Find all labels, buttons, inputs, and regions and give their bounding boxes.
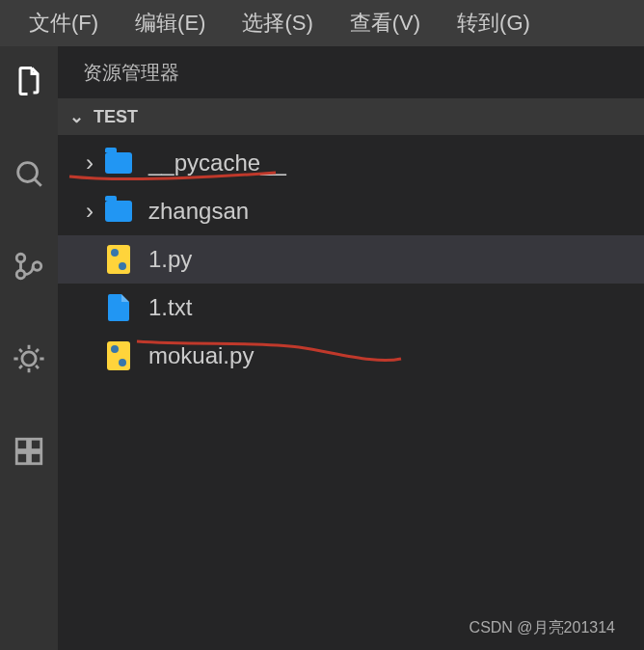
svg-point-4 [22,352,36,366]
svg-rect-7 [16,452,27,463]
text-file-icon [102,291,135,324]
menu-file[interactable]: 文件(F) [29,9,98,38]
svg-point-1 [16,254,25,262]
python-file-icon [102,243,135,276]
explorer-icon[interactable] [12,64,46,98]
tree-folder-zhangsan[interactable]: › zhangsan [58,187,644,235]
svg-rect-5 [16,439,27,449]
svg-point-0 [18,163,38,182]
explorer-sidebar: 资源管理器 ⌄ TEST › __pycache__ › zhangsan 1.… [58,46,644,650]
tree-file-1py[interactable]: 1.py [58,235,644,284]
menu-view[interactable]: 查看(V) [350,9,420,38]
sidebar-title: 资源管理器 [58,46,644,98]
tree-item-label: zhangsan [148,198,249,225]
tree-item-label: 1.txt [148,294,192,321]
watermark: CSDN @月亮201314 [470,618,615,638]
chevron-right-icon: › [77,198,102,225]
tree-file-1txt[interactable]: 1.txt [58,284,644,332]
menu-edit[interactable]: 编辑(E) [135,9,205,38]
folder-section-header[interactable]: ⌄ TEST [58,98,644,135]
menu-select[interactable]: 选择(S) [242,9,312,38]
source-control-icon[interactable] [12,249,46,284]
search-icon[interactable] [12,156,46,191]
chevron-down-icon: ⌄ [69,106,84,127]
folder-icon [102,147,135,179]
menu-goto[interactable]: 转到(G) [457,9,530,38]
tree-item-label: 1.py [148,246,192,273]
svg-rect-6 [30,439,40,449]
svg-rect-8 [30,452,40,463]
tree-item-label: mokuai.py [148,342,254,369]
folder-name: TEST [94,107,138,127]
svg-point-2 [16,270,25,279]
chevron-right-icon: › [77,149,102,176]
tree-folder-pycache[interactable]: › __pycache__ [58,139,644,187]
activity-bar [0,46,58,650]
tree-item-label: __pycache__ [148,149,286,176]
tree-file-mokuai[interactable]: mokuai.py [58,332,644,380]
extensions-icon[interactable] [12,434,46,469]
file-tree: › __pycache__ › zhangsan 1.py 1.txt [58,135,644,380]
python-file-icon [102,339,135,372]
menubar: 文件(F) 编辑(E) 选择(S) 查看(V) 转到(G) [0,0,644,46]
debug-icon[interactable] [12,341,46,376]
folder-icon [102,195,135,228]
